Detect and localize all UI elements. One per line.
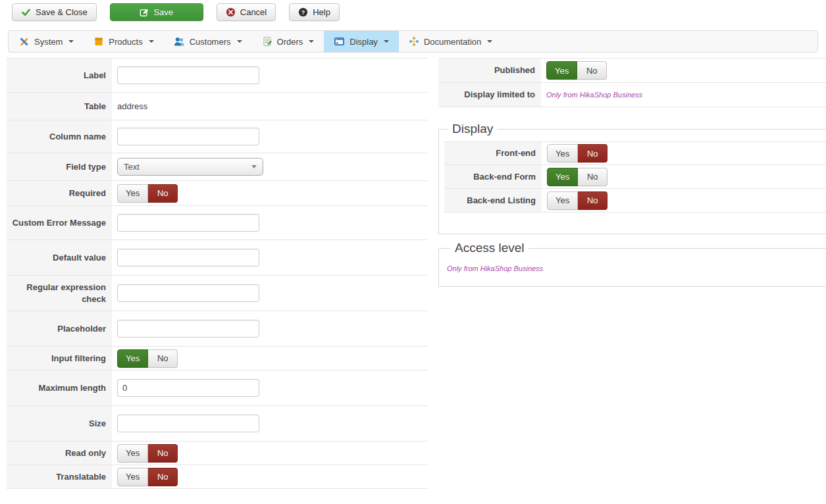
custom-error-row: Custom Error Message bbox=[7, 206, 428, 240]
input-filtering-yes-button[interactable]: Yes bbox=[117, 349, 148, 368]
front-end-toggle: Yes No bbox=[547, 144, 607, 163]
cancel-button[interactable]: Cancel bbox=[217, 3, 276, 21]
cancel-circle-icon bbox=[226, 7, 236, 17]
custom-error-input[interactable] bbox=[117, 214, 259, 232]
read-only-no-button[interactable]: No bbox=[148, 444, 178, 463]
save-button[interactable]: Save bbox=[110, 3, 203, 21]
default-value-row: Default value bbox=[7, 240, 428, 276]
chevron-down-icon bbox=[384, 40, 389, 43]
cancel-label: Cancel bbox=[240, 7, 267, 17]
published-row: Published Yes No bbox=[438, 59, 826, 83]
backend-listing-yes-button[interactable]: Yes bbox=[547, 191, 578, 210]
toolbar: Save & Close Save Cancel ? Help bbox=[0, 0, 826, 24]
published-no-button[interactable]: No bbox=[577, 61, 607, 80]
chevron-down-icon bbox=[149, 40, 154, 43]
field-type-label: Field type bbox=[7, 153, 112, 180]
hikashop-business-link[interactable]: Only from HikaShop Business bbox=[447, 265, 543, 272]
backend-listing-label: Back-end Listing bbox=[444, 189, 542, 212]
required-row: Required Yes No bbox=[7, 181, 428, 206]
publish-table: Published Yes No Display limited to Only… bbox=[438, 58, 826, 107]
help-circle-icon: ? bbox=[298, 7, 308, 17]
menubar-item-label: Products bbox=[109, 37, 142, 47]
publish-display-panel: Published Yes No Display limited to Only… bbox=[438, 58, 826, 287]
required-label: Required bbox=[7, 181, 112, 205]
menubar-item-label: Documentation bbox=[424, 37, 481, 47]
menubar-item-orders[interactable]: Orders bbox=[252, 31, 324, 52]
read-only-label: Read only bbox=[7, 441, 112, 465]
required-no-button[interactable]: No bbox=[148, 184, 178, 203]
order-document-icon bbox=[262, 36, 272, 47]
pinwheel-icon bbox=[409, 36, 419, 47]
max-length-label: Maximum length bbox=[7, 370, 112, 405]
front-end-label: Front-end bbox=[444, 142, 542, 164]
front-end-yes-button[interactable]: Yes bbox=[547, 144, 578, 163]
chevron-down-icon bbox=[68, 40, 74, 43]
check-icon bbox=[21, 7, 31, 17]
save-and-close-button[interactable]: Save & Close bbox=[12, 3, 97, 21]
default-value-input[interactable] bbox=[117, 249, 259, 266]
tools-icon bbox=[18, 36, 30, 47]
menubar-item-display[interactable]: Display bbox=[324, 31, 399, 52]
field-type-select[interactable]: Text bbox=[117, 158, 263, 176]
backend-listing-row: Back-end Listing Yes No bbox=[444, 189, 826, 213]
chevron-down-icon bbox=[309, 40, 314, 43]
backend-form-label: Back-end Form bbox=[444, 165, 542, 188]
display-limited-row: Display limited to Only from HikaShop Bu… bbox=[438, 83, 826, 107]
table-row: Table address bbox=[7, 93, 428, 120]
input-filtering-no-button[interactable]: No bbox=[148, 349, 178, 368]
label-row-label: Label bbox=[7, 59, 112, 92]
column-name-label: Column name bbox=[7, 120, 112, 153]
backend-form-no-button[interactable]: No bbox=[578, 168, 607, 186]
backend-listing-no-button[interactable]: No bbox=[578, 191, 607, 210]
published-toggle: Yes No bbox=[546, 61, 607, 80]
size-label: Size bbox=[7, 406, 112, 441]
regex-check-label: Regular expression check bbox=[7, 276, 112, 311]
regex-check-input[interactable] bbox=[117, 284, 259, 302]
translatable-toggle: Yes No bbox=[117, 468, 178, 486]
max-length-row: Maximum length bbox=[7, 370, 428, 406]
translatable-label: Translatable bbox=[7, 465, 112, 488]
placeholder-label: Placeholder bbox=[7, 311, 112, 346]
monitor-icon bbox=[334, 36, 345, 47]
help-button[interactable]: ? Help bbox=[289, 3, 340, 21]
default-value-label: Default value bbox=[7, 240, 112, 275]
display-fieldset: Display Front-end Yes No Back-end Form Y… bbox=[438, 122, 826, 234]
backend-form-yes-button[interactable]: Yes bbox=[547, 168, 578, 186]
field-settings-panel: Label Table address Column name Field ty… bbox=[7, 58, 428, 489]
published-label: Published bbox=[438, 59, 541, 82]
max-length-input[interactable] bbox=[117, 379, 259, 397]
menubar-item-products[interactable]: Products bbox=[84, 31, 163, 52]
edit-save-icon bbox=[140, 8, 149, 17]
regex-check-row: Regular expression check bbox=[7, 276, 428, 311]
translatable-no-button[interactable]: No bbox=[148, 468, 178, 486]
menubar-item-system[interactable]: System bbox=[9, 31, 84, 52]
custom-error-label: Custom Error Message bbox=[7, 206, 112, 239]
chevron-down-icon bbox=[237, 40, 242, 43]
read-only-row: Read only Yes No bbox=[7, 441, 428, 465]
front-end-row: Front-end Yes No bbox=[444, 141, 826, 165]
label-row: Label bbox=[7, 59, 428, 93]
menubar-item-documentation[interactable]: Documentation bbox=[399, 31, 502, 52]
hikashop-business-link[interactable]: Only from HikaShop Business bbox=[546, 91, 642, 99]
input-filtering-row: Input filtering Yes No bbox=[7, 347, 428, 370]
help-label: Help bbox=[313, 7, 330, 17]
size-input[interactable] bbox=[117, 415, 259, 432]
size-row: Size bbox=[7, 406, 428, 441]
placeholder-input[interactable] bbox=[117, 320, 259, 338]
translatable-yes-button[interactable]: Yes bbox=[117, 468, 148, 486]
input-filtering-toggle: Yes No bbox=[117, 349, 178, 368]
users-icon bbox=[174, 36, 185, 47]
menubar-wrap: System Products Customers Orders Display… bbox=[0, 24, 826, 55]
published-yes-button[interactable]: Yes bbox=[546, 61, 577, 80]
save-label: Save bbox=[153, 7, 173, 17]
read-only-yes-button[interactable]: Yes bbox=[117, 444, 148, 463]
column-name-input[interactable] bbox=[117, 128, 259, 145]
table-value: address bbox=[117, 101, 147, 111]
front-end-no-button[interactable]: No bbox=[578, 144, 607, 163]
label-input[interactable] bbox=[117, 66, 259, 84]
backend-listing-toggle: Yes No bbox=[547, 191, 607, 210]
input-filtering-label: Input filtering bbox=[7, 347, 112, 370]
field-type-row: Field type Text bbox=[7, 153, 428, 181]
required-yes-button[interactable]: Yes bbox=[117, 184, 148, 203]
menubar-item-customers[interactable]: Customers bbox=[164, 31, 252, 52]
